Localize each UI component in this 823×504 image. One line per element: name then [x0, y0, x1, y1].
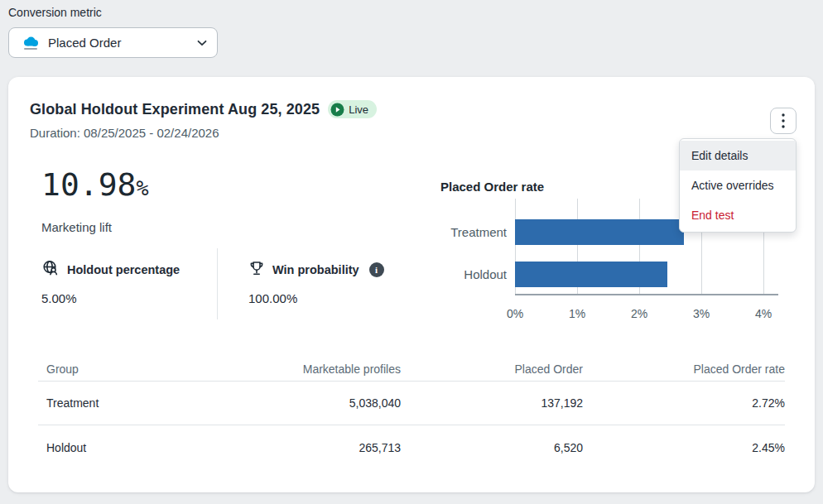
conversion-metric-value: Placed Order [48, 36, 197, 50]
x-axis-tick: 1% [552, 307, 602, 320]
salesforce-cloud-icon [22, 36, 40, 50]
win-probability-value: 100.00% [248, 291, 384, 305]
table-header-row: Group Marketable profiles Placed Order P… [38, 357, 785, 382]
x-axis-tick: 3% [676, 307, 726, 320]
cell-group: Holdout [38, 441, 204, 454]
win-probability-block: Win probability i 100.00% [248, 261, 384, 305]
cell-placed-order: 137,192 [401, 396, 583, 410]
more-actions-button[interactable] [770, 108, 797, 134]
chevron-down-icon [197, 40, 207, 46]
treatment-bar [515, 219, 684, 245]
kebab-icon [782, 113, 785, 128]
cell-marketable-profiles: 265,713 [204, 441, 401, 454]
win-probability-label: Win probability [272, 263, 359, 276]
chart-category-label-holdout: Holdout [431, 262, 507, 287]
x-axis-tick: 0% [490, 307, 540, 320]
status-badge-label: Live [349, 103, 368, 116]
marketing-lift-value: 10.98% [41, 166, 148, 207]
table-row-holdout: Holdout 265,713 6,520 2.45% [38, 425, 785, 469]
header-marketable-profiles: Marketable profiles [204, 362, 401, 376]
experiment-duration: Duration: 08/25/2025 - 02/24/2026 [30, 126, 219, 140]
header-placed-order-rate: Placed Order rate [583, 362, 785, 376]
holdout-bar [515, 262, 667, 287]
trophy-icon [248, 260, 265, 280]
x-axis-tick: 2% [614, 307, 664, 320]
holdout-percentage-block: Holdout percentage 5.00% [41, 261, 180, 305]
menu-item-active-overrides[interactable]: Active overrides [680, 170, 796, 200]
header-group: Group [38, 362, 204, 376]
vertical-divider [217, 248, 218, 319]
x-axis-line [515, 294, 778, 295]
conversion-metric-select[interactable]: Placed Order [8, 27, 218, 58]
cell-placed-order-rate: 2.72% [583, 396, 785, 410]
holdout-percentage-value: 5.00% [41, 291, 180, 305]
conversion-metric-label: Conversion metric [8, 6, 102, 19]
marketing-lift-label: Marketing lift [41, 220, 148, 234]
status-badge: Live [328, 100, 377, 118]
actions-menu: Edit details Active overrides End test [679, 138, 797, 233]
info-icon[interactable]: i [369, 262, 384, 277]
experiment-card: Global Holdout Experiment Aug 25, 2025 L… [8, 77, 815, 492]
cell-marketable-profiles: 5,038,040 [204, 396, 401, 410]
cell-group: Treatment [38, 396, 204, 410]
menu-item-edit-details[interactable]: Edit details [680, 141, 796, 170]
card-header: Global Holdout Experiment Aug 25, 2025 L… [30, 100, 377, 118]
experiment-title: Global Holdout Experiment Aug 25, 2025 [30, 101, 320, 118]
results-table: Group Marketable profiles Placed Order P… [38, 357, 785, 469]
x-axis-tick: 4% [739, 307, 788, 320]
table-row-treatment: Treatment 5,038,040 137,192 2.72% [38, 382, 785, 425]
audience-globe-icon [41, 259, 60, 281]
cell-placed-order-rate: 2.45% [583, 441, 785, 454]
cell-placed-order: 6,520 [401, 441, 583, 454]
holdout-percentage-label: Holdout percentage [67, 263, 180, 276]
chart-title: Placed Order rate [440, 180, 544, 194]
chart-category-label-treatment: Treatment [431, 219, 507, 245]
header-placed-order: Placed Order [401, 362, 583, 376]
menu-item-end-test[interactable]: End test [680, 200, 796, 230]
marketing-lift-block: 10.98% Marketing lift [41, 166, 148, 234]
play-icon [330, 103, 344, 117]
